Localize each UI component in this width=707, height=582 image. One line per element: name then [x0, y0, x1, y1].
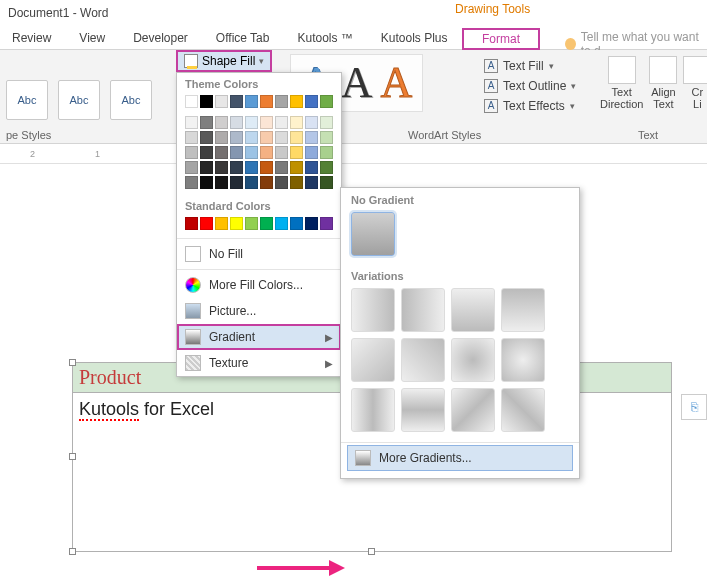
color-swatch[interactable] — [230, 217, 243, 230]
color-swatch[interactable] — [245, 146, 258, 159]
color-swatch[interactable] — [245, 131, 258, 144]
color-swatch[interactable] — [260, 131, 273, 144]
shape-fill-button[interactable]: Shape Fill ▾ — [176, 50, 272, 72]
tab-kutools[interactable]: Kutools ™ — [291, 27, 358, 49]
color-swatch[interactable] — [275, 95, 288, 108]
color-swatch[interactable] — [275, 146, 288, 159]
color-swatch[interactable] — [320, 217, 333, 230]
tab-office-tab[interactable]: Office Tab — [210, 27, 276, 49]
tab-review[interactable]: Review — [6, 27, 57, 49]
color-swatch[interactable] — [260, 217, 273, 230]
color-swatch[interactable] — [200, 116, 213, 129]
color-swatch[interactable] — [275, 131, 288, 144]
color-swatch[interactable] — [275, 161, 288, 174]
color-swatch[interactable] — [290, 176, 303, 189]
color-swatch[interactable] — [260, 161, 273, 174]
color-swatch[interactable] — [215, 176, 228, 189]
color-swatch[interactable] — [305, 176, 318, 189]
gradient-fill-item[interactable]: Gradient▶ — [177, 324, 341, 350]
color-swatch[interactable] — [200, 176, 213, 189]
color-swatch[interactable] — [245, 95, 258, 108]
color-swatch[interactable] — [230, 95, 243, 108]
color-swatch[interactable] — [320, 116, 333, 129]
color-swatch[interactable] — [215, 116, 228, 129]
color-swatch[interactable] — [215, 95, 228, 108]
gradient-variation[interactable] — [401, 388, 445, 432]
gradient-variation[interactable] — [501, 338, 545, 382]
gradient-variation[interactable] — [401, 338, 445, 382]
color-swatch[interactable] — [320, 146, 333, 159]
color-swatch[interactable] — [200, 146, 213, 159]
color-swatch[interactable] — [230, 176, 243, 189]
create-link-button[interactable]: Cr Li — [683, 56, 707, 110]
more-fill-colors-item[interactable]: More Fill Colors... — [177, 272, 341, 298]
color-swatch[interactable] — [215, 131, 228, 144]
color-swatch[interactable] — [260, 95, 273, 108]
resize-handle[interactable] — [69, 359, 76, 366]
color-swatch[interactable] — [215, 217, 228, 230]
wordart-style-3[interactable]: A — [381, 61, 413, 105]
color-swatch[interactable] — [200, 161, 213, 174]
color-swatch[interactable] — [305, 146, 318, 159]
color-swatch[interactable] — [290, 131, 303, 144]
color-swatch[interactable] — [215, 146, 228, 159]
color-swatch[interactable] — [245, 161, 258, 174]
tab-format[interactable]: Format — [462, 28, 540, 50]
color-swatch[interactable] — [185, 161, 198, 174]
resize-handle[interactable] — [69, 548, 76, 555]
color-swatch[interactable] — [200, 95, 213, 108]
text-fill-button[interactable]: AText Fill▾ — [480, 56, 580, 76]
shape-style-3[interactable]: Abc — [110, 80, 152, 120]
color-swatch[interactable] — [260, 116, 273, 129]
color-swatch[interactable] — [290, 95, 303, 108]
color-swatch[interactable] — [260, 176, 273, 189]
color-swatch[interactable] — [290, 217, 303, 230]
tab-kutools-plus[interactable]: Kutools Plus — [375, 27, 454, 49]
shape-style-2[interactable]: Abc — [58, 80, 100, 120]
color-swatch[interactable] — [185, 131, 198, 144]
color-swatch[interactable] — [230, 161, 243, 174]
gradient-variation[interactable] — [451, 338, 495, 382]
gradient-variation[interactable] — [351, 338, 395, 382]
no-gradient-swatch[interactable] — [351, 212, 395, 256]
gradient-variation[interactable] — [501, 388, 545, 432]
text-effects-button[interactable]: AText Effects▾ — [480, 96, 580, 116]
tab-developer[interactable]: Developer — [127, 27, 194, 49]
gradient-variation[interactable] — [401, 288, 445, 332]
color-swatch[interactable] — [290, 161, 303, 174]
color-swatch[interactable] — [290, 116, 303, 129]
color-swatch[interactable] — [230, 131, 243, 144]
color-swatch[interactable] — [185, 146, 198, 159]
color-swatch[interactable] — [275, 217, 288, 230]
color-swatch[interactable] — [260, 146, 273, 159]
no-fill-item[interactable]: No Fill — [177, 241, 341, 267]
text-direction-button[interactable]: Text Direction — [600, 56, 643, 110]
more-gradients-item[interactable]: More Gradients... — [347, 445, 573, 471]
wordart-style-2[interactable]: A — [341, 61, 373, 105]
color-swatch[interactable] — [245, 217, 258, 230]
color-swatch[interactable] — [230, 146, 243, 159]
gradient-variation[interactable] — [351, 388, 395, 432]
color-swatch[interactable] — [290, 146, 303, 159]
color-swatch[interactable] — [305, 161, 318, 174]
resize-handle[interactable] — [368, 548, 375, 555]
text-outline-button[interactable]: AText Outline▾ — [480, 76, 580, 96]
color-swatch[interactable] — [320, 176, 333, 189]
color-swatch[interactable] — [245, 116, 258, 129]
color-swatch[interactable] — [245, 176, 258, 189]
layout-options-button[interactable]: ⎘ — [681, 394, 707, 420]
color-swatch[interactable] — [200, 217, 213, 230]
color-swatch[interactable] — [305, 217, 318, 230]
color-swatch[interactable] — [305, 95, 318, 108]
color-swatch[interactable] — [185, 95, 198, 108]
color-swatch[interactable] — [185, 217, 198, 230]
color-swatch[interactable] — [215, 161, 228, 174]
color-swatch[interactable] — [275, 176, 288, 189]
color-swatch[interactable] — [320, 95, 333, 108]
color-swatch[interactable] — [275, 116, 288, 129]
align-text-button[interactable]: Align Text — [649, 56, 677, 110]
color-swatch[interactable] — [320, 161, 333, 174]
color-swatch[interactable] — [185, 116, 198, 129]
tab-view[interactable]: View — [73, 27, 111, 49]
gradient-variation[interactable] — [451, 288, 495, 332]
